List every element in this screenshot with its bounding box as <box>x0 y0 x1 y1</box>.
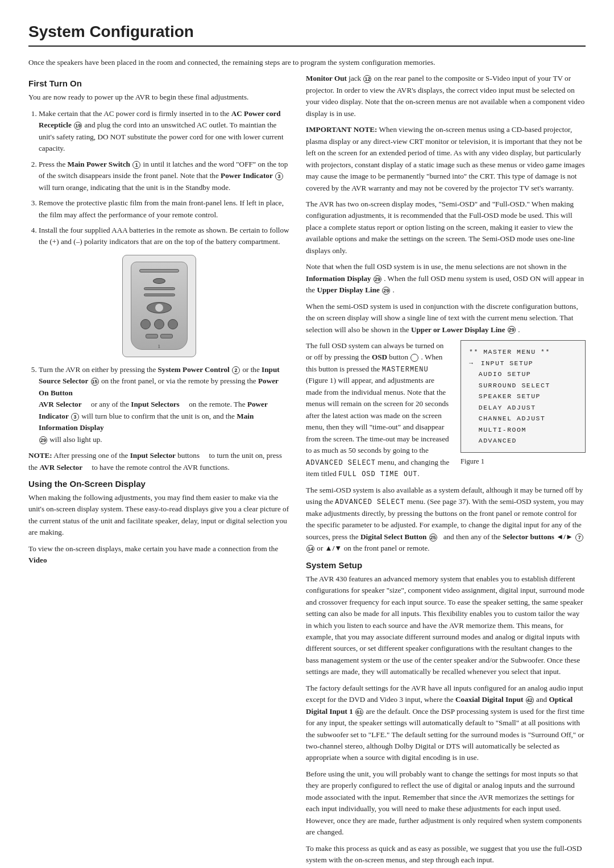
circle-29: 29 <box>39 436 47 444</box>
step-3: Remove the protective plastic film from … <box>39 197 290 221</box>
monitor-out-para-7: The semi-OSD system is also available as… <box>306 485 586 555</box>
system-setup-para-3: Before using the unit, you will probably… <box>306 768 586 838</box>
on-screen-para-1: When making the following adjustments, y… <box>28 492 290 539</box>
circle-3b: 3 <box>71 413 79 421</box>
monitor-out-para-2: IMPORTANT NOTE: When viewing the on-scre… <box>306 124 586 194</box>
step-1: Make certain that the AC power cord is f… <box>39 108 290 155</box>
step-5: Turn the AVR on either by pressing the S… <box>39 364 290 445</box>
step-4: Install the four supplied AAA batteries … <box>39 225 290 248</box>
remote-illustration: 1 <box>122 255 196 357</box>
step-2: Press the Main Power Switch 1 in until i… <box>39 159 290 193</box>
left-column: First Turn On You are now ready to power… <box>28 73 290 868</box>
monitor-out-para-5: When the semi-OSD system is used in conj… <box>306 301 586 336</box>
circle-61: 61 <box>355 708 363 716</box>
figure-label: Figure 1 <box>460 457 586 466</box>
first-turn-on-intro: You are now ready to power up the AVR to… <box>28 92 290 103</box>
menu-item-7: MULTI-ROOM <box>469 424 577 436</box>
system-setup-heading: System Setup <box>306 560 586 570</box>
menu-item-6: CHANNEL ADJUST <box>469 413 577 424</box>
circle-7: 7 <box>575 534 583 542</box>
circle-25: 25 <box>429 534 437 542</box>
note-after-steps: NOTE: After pressing one of the Input Se… <box>28 450 290 473</box>
circle-1: 1 <box>132 161 140 169</box>
circle-14: 14 <box>306 545 314 553</box>
circle-3: 3 <box>275 172 283 180</box>
page-title: System Configuration <box>28 23 586 47</box>
menu-item-2: AUDIO SETUP <box>469 369 577 380</box>
menu-item-4: SPEAKER SETUP <box>469 391 577 402</box>
system-setup-para-2: The factory default settings for the AVR… <box>306 683 586 764</box>
menu-item-5: DELAY ADJUST <box>469 402 577 414</box>
circle-29c: 29 <box>382 287 390 295</box>
circle-osd <box>410 354 418 362</box>
circle-15: 15 <box>91 378 99 386</box>
circle-29b: 29 <box>374 275 381 283</box>
first-turn-on-heading: First Turn On <box>28 78 290 88</box>
circle-42: 42 <box>526 696 534 704</box>
system-setup-para-1: The AVR 430 features an advanced memory … <box>306 573 586 678</box>
intro-text: Once the speakers have been placed in th… <box>28 57 586 68</box>
circle-19: 19 <box>74 122 82 130</box>
first-turn-on-steps: Make certain that the AC power cord is f… <box>39 108 290 248</box>
menu-item-3: SURROUND SELECT <box>469 380 577 391</box>
master-menu-box: ** MASTER MENU ** → INPUT SETUP AUDIO SE… <box>460 340 586 453</box>
first-turn-on-steps-continued: Turn the AVR on either by pressing the S… <box>39 364 290 445</box>
right-column: Monitor Out jack 12 on the rear panel to… <box>306 73 586 868</box>
circle-2: 2 <box>232 366 240 374</box>
monitor-out-para-1: Monitor Out jack 12 on the rear panel to… <box>306 73 586 119</box>
monitor-out-para-4: Note that when the full OSD system is in… <box>306 261 586 296</box>
menu-item-1: → INPUT SETUP <box>469 358 577 369</box>
circle-12: 12 <box>363 75 371 83</box>
system-setup-para-4: To make this process as quick and as eas… <box>306 843 586 866</box>
on-screen-heading: Using the On-Screen Display <box>28 479 290 489</box>
menu-figure-area: ** MASTER MENU ** → INPUT SETUP AUDIO SE… <box>460 340 586 472</box>
menu-title: ** MASTER MENU ** <box>469 346 577 358</box>
circle-29d: 29 <box>508 326 516 334</box>
menu-item-8: ADVANCED <box>469 435 577 447</box>
on-screen-para-2: To view the on-screen displays, make cer… <box>28 543 290 567</box>
monitor-out-para-3: The AVR has two on-screen display modes,… <box>306 199 586 257</box>
